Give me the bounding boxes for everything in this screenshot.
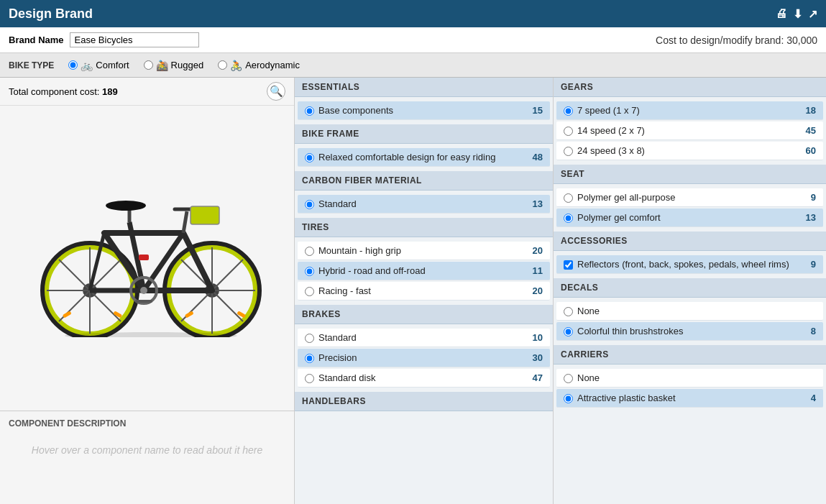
svg-rect-28 (139, 255, 149, 260)
section-body-essentials: Base components15 (295, 97, 553, 124)
section-body-bike-frame: Relaxed comfortable design for easy ridi… (295, 144, 553, 171)
component-row-no-decals[interactable]: None (556, 302, 823, 321)
colorful-brushstrokes-label: Colorful thin brushstrokes (577, 326, 796, 336)
component-row-7speed[interactable]: 7 speed (1 x 7)18 (556, 101, 823, 120)
base-components-label: Base components (318, 105, 523, 116)
app-title: Design Brand (9, 6, 93, 22)
component-row-polymer-comfort[interactable]: Polymer gel comfort13 (556, 209, 823, 227)
standard-brake-label: Standard (318, 332, 523, 343)
total-cost-value: 189 (102, 86, 118, 97)
section-header-accessories: ACCESSORIES (554, 232, 826, 251)
24speed-input[interactable] (564, 147, 573, 156)
relaxed-input[interactable] (305, 153, 314, 162)
no-decals-input[interactable] (564, 307, 573, 316)
standard-carbon-label: Standard (318, 198, 523, 209)
component-row-polymer-all[interactable]: Polymer gel all-purpose9 (556, 188, 823, 207)
component-desc-title: COMPONENT DESCRIPTION (9, 418, 285, 429)
hybrid-cost: 11 (523, 265, 543, 276)
plastic-basket-input[interactable] (564, 394, 573, 403)
racing-input[interactable] (305, 287, 314, 296)
brand-bar: Brand Name Cost to design/modify brand: … (0, 27, 826, 53)
7speed-label: 7 speed (1 x 7) (577, 105, 796, 116)
precision-input[interactable] (305, 354, 314, 363)
bike-image-area (0, 106, 294, 411)
component-row-no-carriers[interactable]: None (556, 369, 823, 388)
zoom-icon[interactable]: 🔍 (267, 82, 285, 101)
standard-carbon-input[interactable] (305, 200, 314, 209)
component-row-precision[interactable]: Precision30 (298, 349, 550, 367)
section-carriers: CARRIERSNoneAttractive plastic basket4 (554, 345, 826, 412)
component-row-racing[interactable]: Racing - fast20 (298, 282, 550, 301)
hybrid-input[interactable] (305, 267, 314, 276)
14speed-input[interactable] (564, 127, 573, 136)
comfort-radio[interactable] (68, 60, 78, 70)
precision-cost: 30 (523, 352, 543, 363)
7speed-input[interactable] (564, 106, 573, 116)
reflectors-cost: 9 (796, 259, 816, 270)
base-components-input[interactable] (305, 106, 314, 116)
component-row-mountain[interactable]: Mountain - high grip20 (298, 242, 550, 260)
total-cost-bar: Total component cost: 189 🔍 (0, 78, 294, 106)
base-components-cost: 15 (523, 105, 543, 116)
svg-rect-32 (113, 311, 122, 318)
download-icon[interactable]: ⬇ (793, 7, 802, 21)
14speed-cost: 45 (796, 125, 816, 136)
14speed-label: 14 speed (2 x 7) (577, 125, 796, 136)
component-row-base-components[interactable]: Base components15 (298, 101, 550, 120)
aerodynamic-radio[interactable] (218, 60, 227, 70)
polymer-all-input[interactable] (564, 193, 573, 203)
component-row-reflectors[interactable]: Reflectors (front, back, spokes, pedals,… (556, 255, 823, 274)
24speed-cost: 60 (796, 145, 816, 156)
main-area: Total component cost: 189 🔍 (0, 78, 826, 504)
standard-brake-input[interactable] (305, 334, 314, 343)
rugged-icon: 🚵 (156, 60, 168, 71)
print-icon[interactable]: 🖨 (776, 7, 787, 21)
colorful-brushstrokes-input[interactable] (564, 327, 573, 336)
polymer-all-label: Polymer gel all-purpose (577, 192, 796, 203)
brand-name-input[interactable] (70, 32, 199, 47)
component-row-standard-brake[interactable]: Standard10 (298, 329, 550, 347)
section-header-carbon-fiber: CARBON FIBER MATERIAL (295, 171, 553, 191)
section-accessories: ACCESSORIESReflectors (front, back, spok… (554, 232, 826, 278)
section-seat: SEATPolymer gel all-purpose9Polymer gel … (554, 165, 826, 232)
bike-type-aerodynamic[interactable]: 🚴 Aerodynamic (218, 60, 300, 71)
polymer-all-cost: 9 (796, 192, 816, 203)
middle-panel: ESSENTIALSBase components15BIKE FRAMERel… (295, 78, 554, 504)
mountain-label: Mountain - high grip (318, 245, 523, 256)
component-row-14speed[interactable]: 14 speed (2 x 7)45 (556, 122, 823, 140)
component-row-standard-disk[interactable]: Standard disk47 (298, 369, 550, 388)
no-carriers-input[interactable] (564, 374, 573, 383)
component-row-24speed[interactable]: 24 speed (3 x 8)60 (556, 142, 823, 160)
mountain-cost: 20 (523, 245, 543, 256)
svg-point-26 (140, 287, 147, 294)
polymer-comfort-input[interactable] (564, 214, 573, 223)
plastic-basket-label: Attractive plastic basket (577, 393, 796, 403)
rugged-radio[interactable] (144, 60, 153, 70)
component-row-relaxed[interactable]: Relaxed comfortable design for easy ridi… (298, 148, 550, 167)
component-row-colorful-brushstrokes[interactable]: Colorful thin brushstrokes8 (556, 322, 823, 341)
racing-cost: 20 (523, 285, 543, 296)
aerodynamic-icon: 🚴 (230, 60, 242, 71)
comfort-icon: 🚲 (81, 60, 93, 71)
expand-icon[interactable]: ↗ (808, 7, 817, 21)
section-tires: TIRESMountain - high grip20Hybrid - road… (295, 218, 553, 305)
component-row-standard-carbon[interactable]: Standard13 (298, 195, 550, 214)
bike-type-comfort[interactable]: 🚲 Comfort (68, 60, 129, 71)
svg-rect-33 (184, 311, 193, 318)
component-row-hybrid[interactable]: Hybrid - road and off-road11 (298, 262, 550, 280)
section-body-seat: Polymer gel all-purpose9Polymer gel comf… (554, 184, 826, 232)
section-header-handlebars: HANDLEBARS (295, 392, 553, 411)
component-row-plastic-basket[interactable]: Attractive plastic basket4 (556, 389, 823, 408)
standard-disk-input[interactable] (305, 374, 314, 383)
component-description-panel: COMPONENT DESCRIPTION Hover over a compo… (0, 411, 294, 504)
mountain-input[interactable] (305, 247, 314, 256)
reflectors-label: Reflectors (front, back, spokes, pedals,… (577, 259, 796, 270)
bike-type-bar: BIKE TYPE 🚲 Comfort 🚵 Rugged 🚴 Aerodynam… (0, 53, 826, 78)
hybrid-label: Hybrid - road and off-road (318, 265, 523, 276)
bike-type-rugged[interactable]: 🚵 Rugged (144, 60, 204, 71)
section-header-tires: TIRES (295, 218, 553, 237)
aerodynamic-label: Aerodynamic (245, 60, 300, 70)
colorful-brushstrokes-cost: 8 (796, 326, 816, 336)
title-bar: Design Brand 🖨 ⬇ ↗ (0, 0, 826, 27)
reflectors-input[interactable] (564, 260, 573, 270)
